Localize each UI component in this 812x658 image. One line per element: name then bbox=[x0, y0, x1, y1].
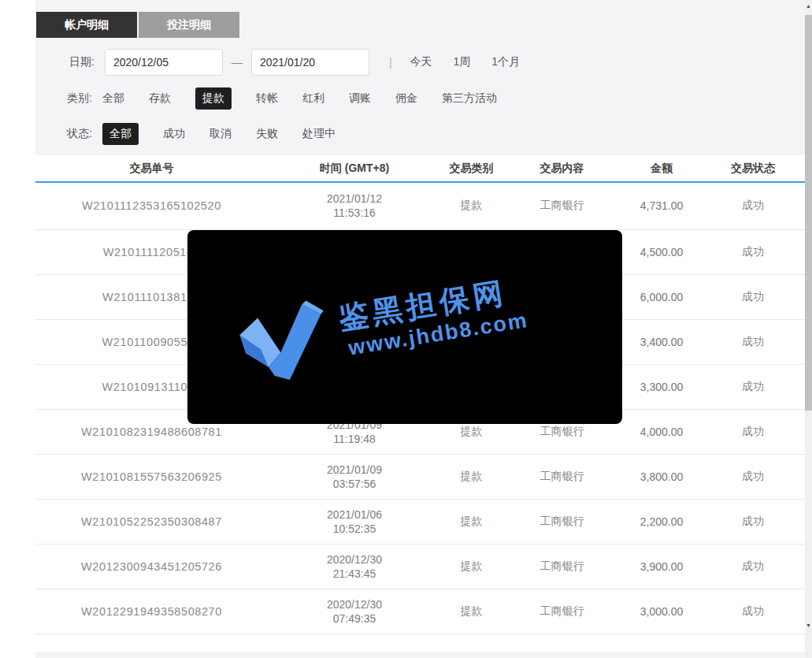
category-label: 类别: bbox=[67, 91, 92, 106]
cell-type: 提款 bbox=[441, 454, 502, 499]
cell-status: 成功 bbox=[701, 544, 805, 589]
time-date: 2020/12/30 bbox=[268, 597, 441, 612]
time-date: 2021/01/12 bbox=[268, 191, 441, 206]
cell-amount: 3,900.00 bbox=[622, 544, 701, 589]
category-third-party[interactable]: 第三方活动 bbox=[442, 91, 497, 106]
cell-time: 2021/01/06 10:52:35 bbox=[268, 499, 441, 544]
category-deposit[interactable]: 存款 bbox=[149, 91, 171, 106]
watermark-content: 鉴黑担保网 www.jhdb8.com bbox=[231, 251, 602, 389]
date-divider: | bbox=[389, 56, 392, 69]
date-range-dash: — bbox=[232, 56, 243, 69]
check-box-logo-icon bbox=[231, 293, 336, 388]
cell-time: 2021/01/12 11:53:16 bbox=[268, 182, 441, 229]
cell-content: 工商银行 bbox=[502, 182, 622, 229]
cell-status: 成功 bbox=[701, 182, 805, 229]
bottom-panel-strip bbox=[35, 652, 805, 658]
category-bonus[interactable]: 红利 bbox=[302, 91, 324, 106]
status-label: 状态: bbox=[67, 127, 92, 141]
header-time: 时间 (GMT+8) bbox=[268, 155, 441, 182]
cell-amount: 6,000.00 bbox=[622, 274, 701, 319]
status-processing[interactable]: 处理中 bbox=[302, 127, 336, 141]
table-header-row: 交易单号 时间 (GMT+8) 交易类别 交易内容 金额 交易状态 bbox=[35, 155, 805, 182]
header-type: 交易类别 bbox=[441, 155, 502, 182]
category-all[interactable]: 全部 bbox=[102, 91, 124, 106]
scroll-down-icon[interactable]: ▼ bbox=[805, 619, 812, 633]
cell-amount: 3,800.00 bbox=[622, 454, 701, 499]
time-clock: 11:19:48 bbox=[268, 432, 441, 446]
cell-amount: 2,200.00 bbox=[622, 499, 701, 544]
status-all-selected[interactable]: 全部 bbox=[102, 123, 139, 145]
time-date: 2020/12/30 bbox=[268, 552, 441, 567]
header-transaction-id: 交易单号 bbox=[35, 155, 268, 182]
cell-content: 工商银行 bbox=[502, 544, 622, 589]
date-label: 日期: bbox=[69, 55, 95, 69]
category-adjustment[interactable]: 调账 bbox=[349, 91, 371, 106]
time-date: 2021/01/06 bbox=[268, 507, 441, 522]
status-success[interactable]: 成功 bbox=[163, 127, 185, 141]
cell-transaction-id: W2012300943451205726 bbox=[35, 544, 268, 589]
cell-status: 成功 bbox=[701, 364, 805, 409]
time-date: 2021/01/09 bbox=[268, 463, 441, 477]
cell-transaction-id: W2101081557563206925 bbox=[35, 454, 268, 499]
tab-account-details[interactable]: 帐户明细 bbox=[36, 12, 137, 38]
cell-amount: 3,400.00 bbox=[622, 319, 701, 364]
cell-time: 2021/01/09 03:57:56 bbox=[268, 454, 441, 499]
date-to-input[interactable] bbox=[251, 49, 369, 76]
tab-bar: 帐户明细 投注明细 bbox=[36, 12, 241, 38]
scrollbar-thumb[interactable] bbox=[805, 15, 812, 411]
cell-time: 2020/12/30 07:49:35 bbox=[268, 589, 441, 634]
status-failed[interactable]: 失败 bbox=[256, 127, 278, 141]
scrollbar-track[interactable]: ▲ ▼ bbox=[805, 0, 812, 658]
cell-status: 成功 bbox=[701, 319, 805, 364]
table-row: W2012291949358508270 2020/12/30 07:49:35… bbox=[35, 589, 805, 634]
time-clock: 21:43:45 bbox=[268, 567, 441, 581]
quick-range-today[interactable]: 今天 bbox=[410, 55, 432, 69]
cell-status: 成功 bbox=[701, 589, 805, 634]
cell-type: 提款 bbox=[441, 499, 502, 544]
cell-time: 2020/12/30 21:43:45 bbox=[268, 544, 441, 589]
table-row: W2101052252350308487 2021/01/06 10:52:35… bbox=[35, 499, 805, 544]
cell-content: 工商银行 bbox=[502, 589, 622, 634]
watermark-texts: 鉴黑担保网 www.jhdb8.com bbox=[336, 272, 530, 362]
cell-transaction-id: W2101112353165102520 bbox=[35, 182, 268, 229]
header-content: 交易内容 bbox=[502, 155, 622, 182]
time-clock: 10:52:35 bbox=[268, 522, 441, 536]
status-cancelled[interactable]: 取消 bbox=[209, 127, 232, 141]
category-transfer[interactable]: 转帐 bbox=[256, 91, 278, 106]
cell-amount: 4,731.00 bbox=[622, 182, 701, 229]
scroll-up-icon[interactable]: ▲ bbox=[805, 0, 812, 13]
cell-amount: 3,000.00 bbox=[622, 589, 701, 634]
date-filter-row: 日期: — | 今天 1周 1个月 bbox=[69, 49, 541, 76]
category-filter-row: 类别: 全部 存款 提款 转帐 红利 调账 佣金 第三方活动 bbox=[67, 87, 521, 109]
status-filter-row: 状态: 全部 成功 取消 失败 处理中 bbox=[67, 123, 360, 144]
time-clock: 03:57:56 bbox=[268, 477, 441, 491]
watermark-overlay: 鉴黑担保网 www.jhdb8.com bbox=[187, 230, 622, 424]
quick-range-1week[interactable]: 1周 bbox=[454, 55, 471, 69]
cell-status: 成功 bbox=[701, 274, 805, 319]
time-clock: 07:49:35 bbox=[268, 612, 441, 626]
cell-status: 成功 bbox=[701, 454, 805, 499]
filter-panel: 帐户明细 投注明细 日期: — | 今天 1周 1个月 类别: 全部 存款 提款… bbox=[35, 0, 805, 155]
cell-type: 提款 bbox=[441, 589, 502, 634]
category-withdrawal-selected[interactable]: 提款 bbox=[195, 87, 232, 110]
cell-content: 工商银行 bbox=[502, 499, 622, 544]
cell-status: 成功 bbox=[701, 499, 805, 544]
tab-betting-details[interactable]: 投注明细 bbox=[139, 12, 239, 38]
cell-amount: 4,500.00 bbox=[622, 229, 701, 274]
cell-transaction-id: W2101052252350308487 bbox=[35, 499, 268, 544]
table-row: W2101081557563206925 2021/01/09 03:57:56… bbox=[35, 454, 805, 499]
header-amount: 金额 bbox=[622, 155, 701, 182]
cell-status: 成功 bbox=[701, 409, 805, 454]
cell-transaction-id: W2012291949358508270 bbox=[35, 589, 268, 634]
cell-status: 成功 bbox=[701, 229, 805, 274]
cell-type: 提款 bbox=[441, 544, 502, 589]
cell-content: 工商银行 bbox=[502, 454, 622, 499]
category-commission[interactable]: 佣金 bbox=[395, 91, 417, 106]
date-from-input[interactable] bbox=[105, 49, 223, 76]
quick-range-1month[interactable]: 1个月 bbox=[491, 55, 520, 69]
table-row: W2012300943451205726 2020/12/30 21:43:45… bbox=[35, 544, 805, 589]
header-status: 交易状态 bbox=[701, 155, 805, 182]
time-clock: 11:53:16 bbox=[268, 206, 441, 220]
cell-amount: 3,300.00 bbox=[622, 364, 701, 409]
cell-type: 提款 bbox=[441, 182, 502, 229]
